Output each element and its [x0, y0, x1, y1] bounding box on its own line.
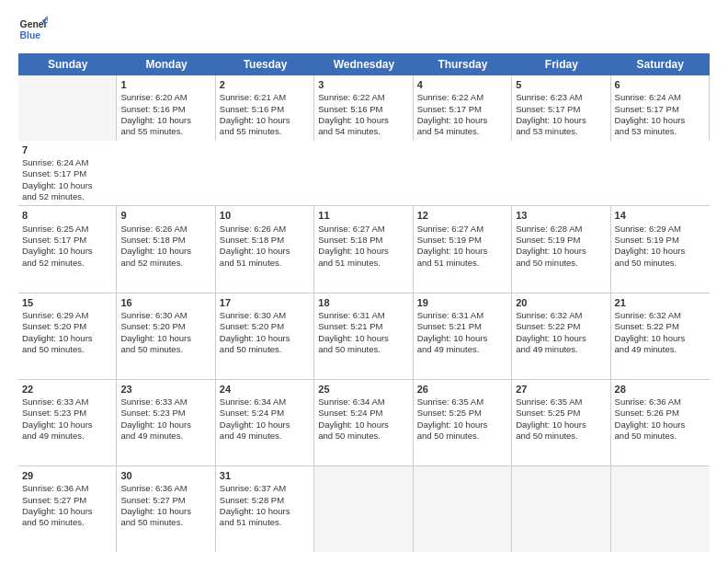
day-info-line: Sunset: 5:19 PM [516, 235, 606, 246]
day-number: 20 [516, 296, 606, 309]
day-info-line: Daylight: 10 hours [615, 246, 706, 257]
calendar-cell: 26Sunrise: 6:35 AMSunset: 5:25 PMDayligh… [414, 380, 512, 465]
day-info-line: Sunrise: 6:21 AM [220, 92, 310, 103]
calendar-day-header: Wednesday [314, 53, 413, 75]
calendar-cell: 23Sunrise: 6:33 AMSunset: 5:23 PMDayligh… [117, 380, 215, 465]
day-info-line: Sunset: 5:17 PM [22, 235, 112, 246]
day-info-line: and 50 minutes. [615, 431, 706, 442]
day-info-line: and 51 minutes. [318, 258, 408, 269]
day-info-line: Sunset: 5:26 PM [615, 408, 706, 419]
day-info-line: and 49 minutes. [615, 344, 706, 355]
day-info-line: and 50 minutes. [318, 431, 408, 442]
day-info-line: Daylight: 10 hours [220, 115, 310, 126]
day-info-line: Daylight: 10 hours [318, 419, 408, 431]
day-info-line: Sunrise: 6:31 AM [318, 310, 408, 321]
day-info-line: Sunset: 5:23 PM [120, 408, 210, 419]
day-info-line: and 51 minutes. [417, 258, 507, 269]
calendar-cell [512, 466, 610, 552]
header: General Blue [18, 15, 710, 44]
calendar-cell: 14Sunrise: 6:29 AMSunset: 5:19 PMDayligh… [611, 206, 710, 292]
calendar-row: 15Sunrise: 6:29 AMSunset: 5:20 PMDayligh… [18, 293, 710, 380]
calendar-day-header: Friday [512, 53, 610, 75]
calendar-cell: 6Sunrise: 6:24 AMSunset: 5:17 PMDaylight… [611, 75, 710, 141]
day-number: 27 [516, 383, 606, 396]
logo-icon: General Blue [18, 15, 48, 44]
day-number: 31 [220, 469, 310, 482]
day-info-line: Daylight: 10 hours [516, 115, 606, 126]
day-info-line: Sunset: 5:28 PM [220, 495, 310, 506]
calendar-cell [18, 75, 117, 141]
calendar-cell [611, 466, 710, 552]
calendar-cell: 7Sunrise: 6:24 AMSunset: 5:17 PMDaylight… [18, 141, 117, 206]
day-number: 19 [417, 296, 507, 309]
day-info-line: Daylight: 10 hours [22, 419, 112, 431]
calendar-cell: 24Sunrise: 6:34 AMSunset: 5:24 PMDayligh… [216, 380, 314, 465]
day-info-line: Daylight: 10 hours [318, 246, 408, 257]
calendar-day-header: Saturday [611, 53, 710, 75]
day-info-line: Daylight: 10 hours [220, 419, 310, 431]
calendar-cell: 22Sunrise: 6:33 AMSunset: 5:23 PMDayligh… [18, 380, 117, 465]
day-info-line: Sunset: 5:25 PM [516, 408, 606, 419]
day-info-line: and 50 minutes. [516, 431, 606, 442]
day-info-line: Daylight: 10 hours [22, 246, 112, 257]
day-number: 28 [615, 383, 706, 396]
day-info-line: Sunset: 5:22 PM [615, 321, 706, 332]
day-info-line: Daylight: 10 hours [22, 506, 112, 517]
day-info-line: Sunset: 5:20 PM [220, 321, 310, 332]
day-info-line: Sunrise: 6:37 AM [220, 483, 310, 494]
day-number: 29 [22, 469, 112, 482]
day-info-line: Sunset: 5:18 PM [220, 235, 310, 246]
day-info-line: and 50 minutes. [120, 344, 210, 355]
day-number: 22 [22, 383, 112, 396]
day-info-line: and 55 minutes. [220, 126, 310, 137]
day-info-line: Daylight: 10 hours [22, 180, 113, 191]
day-info-line: Sunrise: 6:20 AM [120, 92, 210, 103]
day-info-line: Sunrise: 6:25 AM [22, 224, 112, 235]
day-info-line: Sunset: 5:25 PM [417, 408, 507, 419]
day-info-line: Sunrise: 6:32 AM [615, 310, 706, 321]
calendar-day-header: Sunday [18, 53, 117, 75]
day-number: 10 [220, 209, 310, 222]
day-info-line: and 51 minutes. [220, 517, 310, 528]
logo: General Blue [18, 15, 48, 44]
calendar-day-header: Tuesday [216, 53, 314, 75]
calendar-row: 22Sunrise: 6:33 AMSunset: 5:23 PMDayligh… [18, 380, 710, 466]
day-info-line: and 49 minutes. [516, 344, 606, 355]
calendar-cell: 8Sunrise: 6:25 AMSunset: 5:17 PMDaylight… [18, 206, 117, 292]
day-info-line: Sunset: 5:20 PM [120, 321, 210, 332]
calendar: SundayMondayTuesdayWednesdayThursdayFrid… [18, 53, 710, 552]
day-info-line: Sunset: 5:27 PM [120, 495, 210, 506]
calendar-row: 8Sunrise: 6:25 AMSunset: 5:17 PMDaylight… [18, 206, 710, 293]
calendar-cell: 17Sunrise: 6:30 AMSunset: 5:20 PMDayligh… [216, 293, 314, 379]
day-info-line: Daylight: 10 hours [220, 333, 310, 344]
day-info-line: Sunset: 5:27 PM [22, 495, 112, 506]
day-info-line: Sunrise: 6:24 AM [22, 157, 113, 168]
day-number: 4 [417, 78, 507, 91]
day-info-line: Sunset: 5:23 PM [22, 408, 112, 419]
calendar-row: 1Sunrise: 6:20 AMSunset: 5:16 PMDaylight… [18, 75, 710, 206]
day-info-line: Daylight: 10 hours [417, 246, 507, 257]
day-info-line: Sunset: 5:16 PM [120, 104, 210, 115]
day-info-line: Sunset: 5:21 PM [417, 321, 507, 332]
day-info-line: Sunrise: 6:35 AM [417, 396, 507, 408]
day-info-line: Daylight: 10 hours [417, 115, 507, 126]
calendar-cell: 16Sunrise: 6:30 AMSunset: 5:20 PMDayligh… [117, 293, 215, 379]
day-info-line: and 50 minutes. [516, 258, 606, 269]
day-info-line: Sunrise: 6:30 AM [220, 310, 310, 321]
calendar-day-header: Thursday [414, 53, 512, 75]
day-info-line: Daylight: 10 hours [615, 333, 706, 344]
day-info-line: and 50 minutes. [417, 431, 507, 442]
day-info-line: and 50 minutes. [615, 258, 706, 269]
day-info-line: Sunrise: 6:22 AM [318, 92, 408, 103]
calendar-cell: 3Sunrise: 6:22 AMSunset: 5:16 PMDaylight… [314, 75, 413, 141]
day-number: 30 [120, 469, 210, 482]
calendar-row: 29Sunrise: 6:36 AMSunset: 5:27 PMDayligh… [18, 466, 710, 552]
day-info-line: and 50 minutes. [22, 517, 112, 528]
calendar-body: 1Sunrise: 6:20 AMSunset: 5:16 PMDaylight… [18, 75, 710, 552]
day-info-line: Daylight: 10 hours [22, 333, 112, 344]
day-number: 11 [318, 209, 408, 222]
day-number: 24 [220, 383, 310, 396]
day-info-line: Daylight: 10 hours [120, 115, 210, 126]
day-info-line: and 49 minutes. [417, 344, 507, 355]
day-number: 2 [220, 78, 310, 91]
